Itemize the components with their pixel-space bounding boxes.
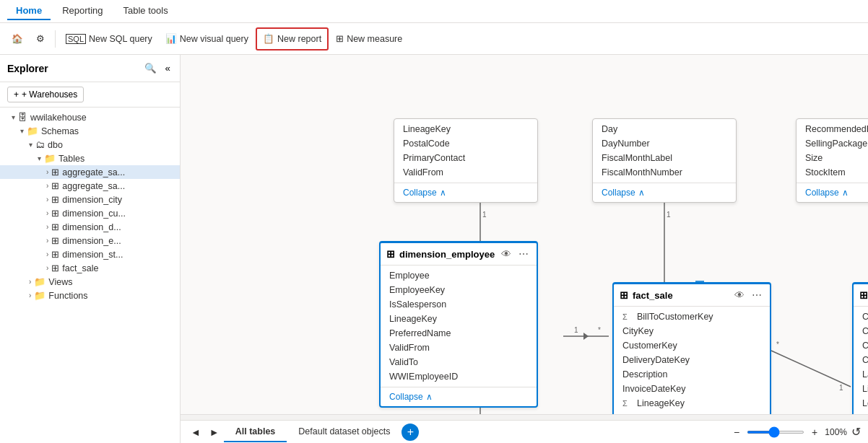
row-label: PostalCode <box>403 139 450 149</box>
chevron-right-icon: › <box>46 182 48 190</box>
db-table-upper-mid[interactable]: Day DayNumber FiscalMonthLabel FiscalMon… <box>592 118 737 203</box>
new-sql-query-btn[interactable]: SQL New SQL query <box>60 27 158 51</box>
new-report-icon: 📋 <box>263 33 274 44</box>
collapse-btn-dimension-employee[interactable]: Collapse ∧ <box>381 387 537 406</box>
row-label: FiscalMonthNumber <box>602 167 682 177</box>
tree-label-dim-d: dimension_d... <box>62 222 174 232</box>
collapse-btn-upper-left[interactable]: Collapse ∧ <box>394 183 537 202</box>
tree-label-agg1: aggregate_sa... <box>62 167 174 177</box>
row-label: CityKey <box>622 326 654 336</box>
tab-reporting[interactable]: Reporting <box>53 2 111 20</box>
collapse-arrow-icon: ∧ <box>440 188 446 198</box>
table-body-upper-mid: Day DayNumber FiscalMonthLabel FiscalMon… <box>593 119 736 183</box>
database-icon: 🗄 <box>18 112 27 123</box>
table-row-deliverydatekey: DeliveryDateKey <box>614 353 770 367</box>
row-label: FiscalMonthLabel <box>602 153 672 163</box>
zoom-in-btn[interactable]: + <box>807 425 822 439</box>
add-icon: + <box>14 89 19 100</box>
table-preview-btn[interactable]: 👁 <box>732 289 747 302</box>
table-row: PrimaryContact <box>394 151 537 165</box>
table-header-fact-sale: ⊞ fact_sale 👁 ⋯ <box>614 284 770 307</box>
sidebar-tree: ▾ 🗄 wwilakehouse ▾ 📁 Schemas ▾ 🗂 dbo ▾ 📁… <box>0 108 180 443</box>
table-more-btn[interactable]: ⋯ <box>516 247 531 260</box>
canvas-tab-default-dataset[interactable]: Default dataset objects <box>287 422 402 442</box>
tree-item-dimension-d[interactable]: › ⊞ dimension_d... <box>0 220 180 234</box>
table-name: dimension_employee <box>399 249 495 260</box>
sidebar-header-actions: 🔍 « <box>142 61 173 76</box>
tree-item-views[interactable]: › 📁 Views <box>0 275 180 289</box>
tree-label-dim-e: dimension_e... <box>62 236 174 246</box>
db-table-upper-right[interactable]: RecommendedRetailPrice SellingPackage Si… <box>796 118 868 203</box>
tree-label-dim-city: dimension_city <box>62 195 174 205</box>
collapse-btn-upper-right[interactable]: Collapse ∧ <box>797 183 868 202</box>
table-more-btn[interactable]: ⋯ <box>750 289 764 302</box>
table-row: FiscalMonthNumber <box>593 165 736 180</box>
zoom-out-btn[interactable]: − <box>729 425 744 439</box>
tab-tabletools[interactable]: Table tools <box>115 2 177 20</box>
table-row-employeekey: EmployeeKey <box>381 283 537 297</box>
collapse-btn-upper-mid[interactable]: Collapse ∧ <box>593 183 736 202</box>
tab-nav-prev[interactable]: ◄ <box>186 425 205 439</box>
sidebar-search-btn[interactable]: 🔍 <box>142 61 159 76</box>
row-label: LineageKey <box>862 384 868 394</box>
table-body-upper-right: RecommendedRetailPrice SellingPackage Si… <box>797 119 868 183</box>
horizontal-scrollbar[interactable] <box>181 414 868 420</box>
row-label: DayNumber <box>602 139 650 149</box>
toolbar-settings-btn[interactable]: ⚙ <box>30 27 51 51</box>
table-icon: ⊞ <box>51 222 59 232</box>
table-row: RecommendedRetailPrice <box>797 122 868 136</box>
new-measure-btn[interactable]: ⊞ New measure <box>330 27 408 51</box>
tree-item-dimension-city[interactable]: › ⊞ dimension_city <box>0 193 180 206</box>
table-row-continent: Continent <box>854 338 868 353</box>
collapse-arrow-icon: ∧ <box>426 392 433 402</box>
add-tab-btn[interactable]: + <box>402 424 419 441</box>
table-row-validfrom: ValidFrom <box>381 341 537 355</box>
db-table-dimension-city[interactable]: ⊞ dimension_city 👁 ⋯ City CityKey Contin… <box>852 282 868 429</box>
db-table-dimension-employee[interactable]: ⊞ dimension_employee 👁 ⋯ Employee Employ… <box>379 241 538 408</box>
db-table-fact-sale[interactable]: ⊞ fact_sale 👁 ⋯ Σ BillToCustomerKey City… <box>612 282 771 429</box>
table-header-dimension-employee: ⊞ dimension_employee 👁 ⋯ <box>381 243 537 266</box>
row-label: Employee <box>389 271 430 281</box>
tab-nav-next[interactable]: ► <box>205 425 224 439</box>
table-body-upper-left: LineageKey PostalCode PrimaryContact Val… <box>394 119 537 183</box>
table-title-dimension-city: ⊞ dimension_city <box>859 289 868 301</box>
tree-item-aggregate-sa-1[interactable]: › ⊞ aggregate_sa... <box>0 165 180 179</box>
tree-item-functions[interactable]: › 📁 Functions <box>0 289 180 302</box>
table-icon: ⊞ <box>51 249 59 260</box>
collapse-label: Collapse <box>602 188 635 198</box>
top-nav-bar: Home Reporting Table tools <box>0 0 868 23</box>
tree-item-aggregate-sa-2[interactable]: › ⊞ aggregate_sa... <box>0 179 180 193</box>
tree-item-dimension-e[interactable]: › ⊞ dimension_e... <box>0 234 180 247</box>
tree-item-tables[interactable]: ▾ 📁 Tables <box>0 152 180 165</box>
canvas-tabs: ◄ ► All tables Default dataset objects + <box>186 422 419 442</box>
canvas-zoom-controls: − + 100% ↺ <box>729 424 862 440</box>
collapse-label: Collapse <box>389 392 423 402</box>
table-icon: ⊞ <box>51 194 59 205</box>
canvas-tab-all-tables[interactable]: All tables <box>224 422 287 442</box>
db-table-upper-left[interactable]: LineageKey PostalCode PrimaryContact Val… <box>394 118 538 203</box>
chevron-down-icon: ▾ <box>29 141 32 149</box>
add-warehouses-btn[interactable]: + + Warehouses <box>7 87 84 102</box>
canvas-bottom-bar: ◄ ► All tables Default dataset objects +… <box>181 420 868 443</box>
new-report-btn[interactable]: 📋 New report <box>256 27 329 51</box>
sidebar-header: Explorer 🔍 « <box>0 55 180 82</box>
zoom-slider[interactable] <box>747 431 804 434</box>
tree-item-dbo[interactable]: ▾ 🗂 dbo <box>0 138 180 152</box>
tree-item-schemas[interactable]: ▾ 📁 Schemas <box>0 124 180 138</box>
toolbar-home-icon-btn[interactable]: 🏠 <box>6 27 29 51</box>
refresh-btn[interactable]: ↺ <box>850 424 862 440</box>
svg-text:1: 1 <box>839 384 843 392</box>
diagram-canvas[interactable]: 1 1 1 1 * * 1 1 × <box>181 55 868 443</box>
tree-item-wwilakehouse[interactable]: ▾ 🗄 wwilakehouse <box>0 110 180 124</box>
row-label: EmployeeKey <box>389 285 445 295</box>
tree-item-dimension-st[interactable]: › ⊞ dimension_st... <box>0 247 180 261</box>
new-visual-query-btn[interactable]: 📊 New visual query <box>160 27 254 51</box>
tree-item-fact-sale[interactable]: › ⊞ fact_sale <box>0 261 180 275</box>
tree-item-dimension-cu[interactable]: › ⊞ dimension_cu... <box>0 206 180 220</box>
sidebar-collapse-btn[interactable]: « <box>163 61 173 76</box>
table-preview-btn[interactable]: 👁 <box>499 247 513 260</box>
table-row: FiscalMonthLabel <box>593 151 736 165</box>
tree-label-schemas: Schemas <box>41 126 174 136</box>
table-row: PostalCode <box>394 136 537 151</box>
tab-home[interactable]: Home <box>7 2 51 20</box>
